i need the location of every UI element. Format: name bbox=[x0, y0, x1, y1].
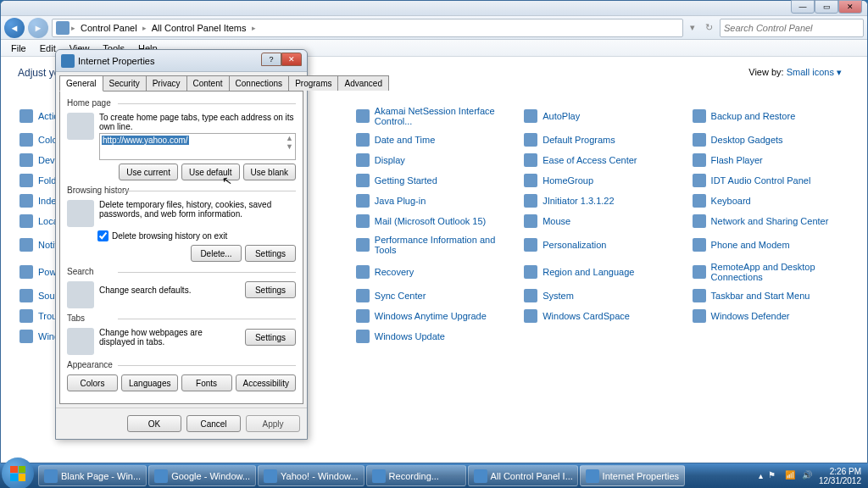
taskbar-item[interactable]: Recording... bbox=[366, 465, 466, 486]
colors-button[interactable]: Colors bbox=[67, 374, 118, 391]
homepage-group: Home page To create home page tabs, type… bbox=[67, 98, 296, 180]
cp-item-icon bbox=[524, 133, 537, 147]
cp-item[interactable]: Mail (Microsoft Outlook 15) bbox=[354, 213, 514, 230]
clock-time[interactable]: 2:26 PM bbox=[819, 467, 861, 476]
dialog-close-button[interactable]: ✕ bbox=[281, 53, 302, 66]
cp-item[interactable]: Desktop Gadgets bbox=[691, 131, 850, 148]
clock-date[interactable]: 12/31/2012 bbox=[819, 476, 861, 485]
network-icon[interactable]: 📶 bbox=[785, 470, 797, 482]
history-settings-button[interactable]: Settings bbox=[245, 245, 296, 262]
tabs-group: Tabs Change how webpages are displayed i… bbox=[67, 313, 296, 355]
dialog-titlebar[interactable]: Internet Properties ? ✕ bbox=[56, 50, 307, 72]
menu-file[interactable]: File bbox=[4, 42, 33, 55]
delete-button[interactable]: Delete... bbox=[191, 245, 242, 262]
cp-item[interactable]: Performance Information and Tools bbox=[354, 233, 514, 257]
cp-item[interactable]: Phone and Modem bbox=[691, 233, 850, 257]
dialog-help-button[interactable]: ? bbox=[261, 53, 281, 66]
tab-programs[interactable]: Programs bbox=[288, 75, 338, 91]
cp-item[interactable]: Sync Center bbox=[354, 287, 514, 304]
close-button[interactable]: ✕ bbox=[838, 0, 862, 14]
cp-item[interactable]: Windows CardSpace bbox=[522, 308, 682, 324]
accessibility-button[interactable]: Accessibility bbox=[236, 374, 296, 391]
cp-item-icon bbox=[19, 214, 33, 228]
home-icon bbox=[67, 113, 94, 140]
cp-item[interactable]: Recovery bbox=[354, 260, 514, 284]
cp-item[interactable]: Getting Started bbox=[354, 172, 514, 189]
delete-on-exit-checkbox[interactable] bbox=[97, 230, 108, 241]
cp-item[interactable]: Mouse bbox=[522, 213, 682, 230]
cp-item-icon bbox=[19, 265, 33, 279]
cp-item[interactable]: Windows Anytime Upgrade bbox=[354, 308, 514, 324]
taskbar-item[interactable]: All Control Panel I... bbox=[468, 465, 578, 486]
cancel-button[interactable]: Cancel bbox=[186, 415, 241, 432]
cp-item[interactable]: Ease of Access Center bbox=[522, 152, 682, 169]
taskbar-item[interactable]: Yahoo! - Window... bbox=[258, 465, 364, 486]
tab-content[interactable]: Content bbox=[186, 75, 230, 91]
fonts-button[interactable]: Fonts bbox=[181, 374, 232, 391]
use-current-button[interactable]: Use current bbox=[119, 164, 178, 180]
cp-item[interactable]: Windows Update bbox=[354, 328, 514, 345]
tray-arrow-icon[interactable]: ▴ bbox=[759, 471, 763, 480]
cp-item-icon bbox=[693, 133, 706, 147]
taskbar-item[interactable]: Blank Page - Win... bbox=[38, 465, 147, 486]
languages-button[interactable]: Languages bbox=[121, 374, 178, 391]
window-titlebar: — ▭ ✕ bbox=[1, 1, 867, 16]
breadcrumb-item[interactable]: Control Panel bbox=[77, 23, 141, 33]
cp-item[interactable]: Taskbar and Start Menu bbox=[691, 287, 850, 304]
cp-item-icon bbox=[693, 174, 706, 187]
maximize-button[interactable]: ▭ bbox=[815, 0, 838, 14]
search-box[interactable] bbox=[720, 19, 864, 37]
view-by-dropdown[interactable]: Small icons ▾ bbox=[787, 67, 842, 77]
minimize-button[interactable]: — bbox=[791, 0, 815, 14]
back-button[interactable]: ◄ bbox=[4, 18, 25, 38]
cp-item-icon bbox=[693, 194, 706, 208]
cp-item[interactable]: Network and Sharing Center bbox=[691, 213, 850, 230]
cp-item-icon bbox=[19, 194, 33, 208]
cp-item[interactable]: Region and Language bbox=[522, 260, 682, 284]
apply-button[interactable]: Apply bbox=[246, 415, 300, 432]
forward-button[interactable]: ► bbox=[28, 18, 48, 38]
cp-item-icon bbox=[356, 214, 370, 228]
tab-privacy[interactable]: Privacy bbox=[146, 75, 187, 91]
breadcrumb[interactable]: ▸ Control Panel ▸ All Control Panel Item… bbox=[52, 19, 683, 37]
ok-button[interactable]: OK bbox=[127, 415, 181, 432]
cp-item[interactable]: RemoteApp and Desktop Connections bbox=[691, 260, 850, 284]
use-blank-button[interactable]: Use blank bbox=[243, 164, 296, 180]
cp-item[interactable]: IDT Audio Control Panel bbox=[691, 172, 850, 189]
cp-item[interactable]: Keyboard bbox=[691, 192, 850, 209]
search-icon bbox=[67, 281, 94, 308]
start-button[interactable] bbox=[2, 458, 34, 489]
cp-item[interactable]: Akamai NetSession Interface Control... bbox=[354, 104, 514, 128]
taskbar-item[interactable]: Google - Window... bbox=[148, 465, 256, 486]
volume-icon[interactable]: 🔊 bbox=[802, 470, 814, 482]
tab-connections[interactable]: Connections bbox=[229, 75, 290, 91]
homepage-url-input[interactable]: http://www.yahoo.com/ ▲▼ bbox=[99, 133, 296, 160]
flag-icon[interactable]: ⚑ bbox=[768, 470, 780, 482]
cp-item[interactable]: Windows Defender bbox=[691, 308, 850, 324]
cp-item[interactable]: Date and Time bbox=[354, 131, 514, 148]
cp-item[interactable]: Personalization bbox=[522, 233, 682, 257]
breadcrumb-item[interactable]: All Control Panel Items bbox=[148, 23, 250, 33]
cp-item[interactable]: AutoPlay bbox=[522, 104, 682, 128]
search-settings-button[interactable]: Settings bbox=[245, 281, 296, 298]
cp-item[interactable]: Java Plug-in bbox=[354, 192, 514, 209]
cp-item[interactable]: System bbox=[522, 287, 682, 304]
cp-item[interactable]: Flash Player bbox=[691, 152, 850, 169]
taskbar-item[interactable]: Internet Properties bbox=[580, 465, 686, 486]
tab-security[interactable]: Security bbox=[103, 75, 147, 91]
tabs-settings-button[interactable]: Settings bbox=[245, 329, 296, 346]
cp-item[interactable]: HomeGroup bbox=[522, 172, 682, 189]
cp-item[interactable]: Backup and Restore bbox=[691, 104, 850, 128]
cp-item[interactable]: Display bbox=[354, 152, 514, 169]
tab-general[interactable]: General bbox=[59, 75, 103, 92]
system-tray[interactable]: ▴ ⚑ 📶 🔊 2:26 PM 12/31/2012 bbox=[754, 467, 866, 485]
search-group: Search Change search defaults. Settings bbox=[67, 267, 296, 308]
search-text: Change search defaults. bbox=[99, 286, 191, 295]
search-input[interactable] bbox=[724, 23, 860, 33]
nav-toolbar: ◄ ► ▸ Control Panel ▸ All Control Panel … bbox=[1, 16, 867, 40]
cp-item-icon bbox=[524, 174, 537, 187]
cp-item[interactable]: Default Programs bbox=[522, 131, 682, 148]
tab-advanced[interactable]: Advanced bbox=[337, 75, 388, 91]
cp-item-icon bbox=[356, 133, 370, 147]
cp-item[interactable]: JInitiator 1.3.1.22 bbox=[522, 192, 682, 209]
